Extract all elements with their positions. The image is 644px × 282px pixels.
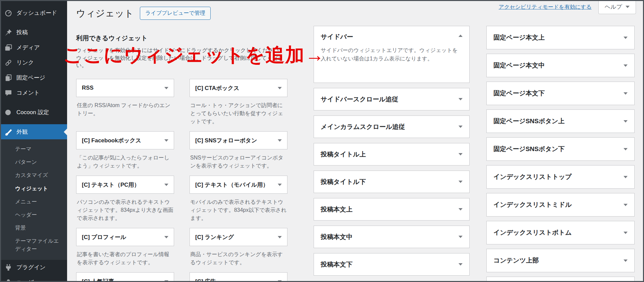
help-caret-icon [626, 6, 630, 8]
main-content: アクセシビリティモードを有効にする ヘルプ ウィジェット ライブプレビューで管理… [67, 0, 644, 282]
widget-area-page-body-bottom[interactable]: 固定ページ本文下 [486, 82, 635, 105]
available-widgets-heading: 利用できるウィジェット [76, 34, 287, 43]
widget-area-post-body-middle[interactable]: 投稿本文中 [314, 226, 470, 248]
chevron-down-icon [164, 236, 168, 238]
widget-area-index-list-middle[interactable]: インデックスリストミドル [486, 193, 635, 217]
accessibility-mode-link[interactable]: アクセシビリティモードを有効にする [499, 4, 592, 11]
submenu-item-customize[interactable]: カスタマイズ [0, 169, 67, 182]
current-menu-arrow [64, 129, 67, 135]
chevron-down-icon [624, 232, 628, 234]
chevron-down-icon [164, 280, 168, 282]
widget-card-sns-follow[interactable]: [C] SNSフォローボタン [190, 131, 287, 149]
link-icon [5, 59, 12, 66]
widget-area-page-sns-buttons-below[interactable]: 固定ページSNSボタン下 [486, 137, 635, 161]
help-label: ヘルプ [605, 3, 622, 11]
widget-cell-text-pc: [C] テキスト（PC用） パソコンのみで表示されるテキストウィジェットです。8… [76, 176, 174, 228]
widget-card-text-mobile[interactable]: [C] テキスト（モバイル用） [190, 176, 287, 194]
appearance-brush-icon [5, 128, 12, 136]
widget-card-description: コール・トゥ・アクションで訪問者にとってもらいたい行動を促すウィジェットです。 [190, 101, 287, 126]
widget-card-popular-posts[interactable]: [C] 人気記事 [76, 272, 174, 282]
widget-card-description: SNSサービスのフォローアイコンボタンを表示するウィジェットです。 [190, 154, 287, 170]
widget-area-cut-off[interactable] [486, 277, 635, 282]
widget-card-profile[interactable]: [C] プロフィール [76, 228, 174, 246]
widget-card-description: 「この記事が気に入ったらフォローしよう」ウィジェットです。 [77, 154, 173, 170]
widget-card-ads[interactable]: [C] 広告 [190, 272, 287, 282]
chevron-down-icon [459, 263, 463, 266]
chevron-down-icon [278, 280, 282, 282]
sidebar-item-users[interactable]: ユーザー [0, 275, 67, 282]
chevron-down-icon [624, 120, 628, 123]
dashboard-icon [5, 9, 12, 17]
chevron-down-icon [459, 153, 463, 155]
chevron-down-icon [624, 37, 628, 39]
widget-area-page-body-middle[interactable]: 固定ページ本文中 [486, 54, 635, 77]
widget-card-description: パソコンのみで表示されるテキストウィジェットです。834pxより大きな画面で表示… [77, 198, 173, 222]
widget-area-index-list-bottom[interactable]: インデックスリストボトム [486, 221, 635, 244]
sidebar-item-comments[interactable]: コメント [0, 85, 67, 100]
pages-icon [5, 74, 12, 82]
widget-area-index-list-top[interactable]: インデックスリストトップ [486, 165, 635, 189]
sidebar-item-posts[interactable]: 投稿 [0, 25, 67, 40]
widget-area-content-top[interactable]: コンテンツ上部 [486, 249, 635, 272]
comments-icon [5, 89, 12, 97]
widget-card-facebook-box[interactable]: [C] Facebookボックス [76, 131, 174, 149]
widget-card-rss[interactable]: RSS [76, 79, 174, 97]
chevron-down-icon [278, 184, 282, 186]
submenu-item-background[interactable]: 背景 [0, 221, 67, 234]
widget-cell-profile: [C] プロフィール 記事を書いた著者のプロフィール情報を表示するウィジェットで… [76, 228, 174, 272]
submenu-item-theme-file-editor[interactable]: テーマファイルエディター [0, 234, 67, 255]
widget-area-post-body-bottom[interactable]: 投稿本文下 [314, 253, 470, 276]
sidebar-item-dashboard[interactable]: ダッシュボード [0, 5, 67, 20]
chevron-down-icon [459, 208, 463, 210]
widget-area-post-title-below[interactable]: 投稿タイトル下 [314, 171, 470, 193]
widget-cell-ranking: [C] ランキング 商品・サービスのランキングを表示するウィジェットです。 [190, 228, 287, 272]
chevron-down-icon [459, 126, 463, 128]
widget-cell-rss: RSS 任意の RSS/Atom フィードからのエントリー。 [76, 79, 174, 131]
widget-area-sidebar-scroll[interactable]: サイドバースクロール追従 [314, 88, 470, 110]
admin-sidebar: ダッシュボード 投稿 メディア リンク 固定ページ コメント C [0, 0, 67, 282]
widget-card-cta-box[interactable]: [C] CTAボックス [190, 79, 287, 97]
submenu-item-themes[interactable]: テーマ [0, 142, 67, 155]
submenu-item-menus[interactable]: メニュー [0, 195, 67, 208]
submenu-item-widgets[interactable]: ウィジェット [0, 182, 67, 195]
media-icon [5, 44, 12, 51]
widget-area-description: サイドバーのウィジェットエリアです。ウィジェットを入れていない場合は1カラム表示… [321, 46, 463, 63]
submenu-item-patterns[interactable]: パターン [0, 155, 67, 169]
widget-area-page-sns-buttons-above[interactable]: 固定ページSNSボタン上 [486, 109, 635, 133]
submenu-item-header[interactable]: ヘッダー [0, 208, 67, 221]
widget-area-post-title-above[interactable]: 投稿タイトル上 [314, 143, 470, 166]
live-preview-button[interactable]: ライブプレビューで管理 [140, 7, 211, 20]
chevron-down-icon [624, 92, 628, 95]
chevron-down-icon [624, 176, 628, 178]
available-widgets-grid: RSS 任意の RSS/Atom フィードからのエントリー。 [C] CTAボッ… [76, 79, 287, 282]
widget-area-sidebar[interactable]: サイドバー サイドバーのウィジェットエリアです。ウィジェットを入れていない場合は… [314, 26, 470, 83]
widget-cell-cta: [C] CTAボックス コール・トゥ・アクションで訪問者にとってもらいたい行動を… [190, 79, 287, 131]
sidebar-item-appearance[interactable]: 外観 [0, 124, 67, 139]
available-widgets-panel: 利用できるウィジェット ウィジェットを有効化するにはサイドバーにドラッグするかク… [76, 26, 287, 282]
widget-cell-facebook: [C] Facebookボックス 「この記事が気に入ったらフォローしよう」ウィジ… [76, 131, 174, 176]
chevron-down-icon [459, 236, 463, 238]
chevron-down-icon [624, 64, 628, 67]
widget-areas-column-2: 固定ページ本文上 固定ページ本文中 固定ページ本文下 固定ページSNSボタン上 … [486, 26, 635, 282]
widget-card-description: 商品・サービスのランキングを表示するウィジェットです。 [190, 250, 287, 267]
sidebar-item-media[interactable]: メディア [0, 40, 67, 55]
sidebar-item-cocoon-settings[interactable]: Cocoon 設定 [0, 105, 67, 120]
sidebar-item-plugins[interactable]: プラグイン [0, 260, 67, 275]
widget-cell-sns-follow: [C] SNSフォローボタン SNSサービスのフォローアイコンボタンを表示するウ… [190, 131, 287, 176]
widget-card-text-pc[interactable]: [C] テキスト（PC用） [76, 176, 174, 194]
chevron-down-icon [459, 181, 463, 183]
chevron-down-icon [278, 139, 282, 142]
widget-area-main-column-scroll[interactable]: メインカラムスクロール追従 [314, 115, 470, 138]
widget-area-page-body-top[interactable]: 固定ページ本文上 [486, 26, 635, 49]
plugins-icon [5, 264, 12, 271]
sidebar-item-links[interactable]: リンク [0, 55, 67, 70]
chevron-down-icon [278, 87, 282, 89]
chevron-up-icon [459, 35, 463, 37]
available-widgets-description: ウィジェットを有効化するにはサイドバーにドラッグするかクリックしてください。ウィ… [76, 47, 287, 69]
widget-area-post-body-top[interactable]: 投稿本文上 [314, 198, 470, 221]
widget-cell-text-mobile: [C] テキスト（モバイル用） モバイルのみで表示されるテキストウィジェットです… [190, 176, 287, 228]
appearance-submenu: テーマ パターン カスタマイズ ウィジェット メニュー ヘッダー 背景 テーマフ… [0, 139, 67, 260]
widget-card-ranking[interactable]: [C] ランキング [190, 228, 287, 246]
help-tab[interactable]: ヘルプ [598, 0, 636, 14]
sidebar-item-pages[interactable]: 固定ページ [0, 70, 67, 85]
